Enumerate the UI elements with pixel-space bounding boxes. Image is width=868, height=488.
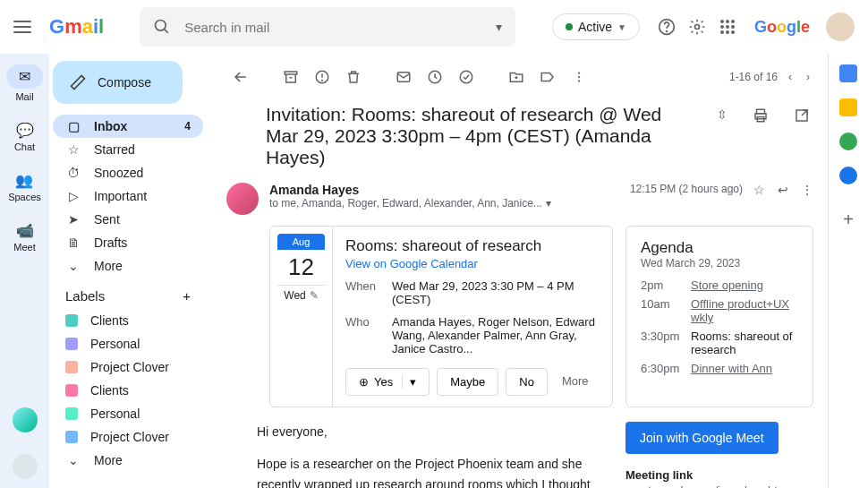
rsvp-more[interactable]: More — [555, 368, 596, 396]
help-icon[interactable] — [656, 16, 677, 38]
labels-header: Labels — [65, 288, 105, 304]
unread-icon[interactable] — [389, 63, 418, 91]
email-body: Hi everyone, Hope is a researcher on the… — [257, 422, 604, 488]
rail-chat[interactable]: 💬Chat — [14, 118, 35, 156]
profile-avatar[interactable] — [826, 13, 855, 41]
svg-point-0 — [156, 21, 166, 31]
rsvp-yes-button[interactable]: ⊕Yes▾ — [345, 368, 430, 396]
search-options-icon[interactable]: ▾ — [496, 20, 502, 34]
label-item[interactable]: Personal — [53, 332, 203, 355]
nav-more[interactable]: ⌄More — [53, 254, 203, 278]
svg-point-23 — [578, 80, 580, 81]
sender-name: Amanda Hayes — [269, 183, 619, 197]
svg-point-5 — [720, 20, 724, 23]
agenda-item[interactable]: 2pmStore opening — [641, 278, 798, 292]
gmail-logo[interactable]: Gmail — [49, 15, 104, 39]
invitation-card: Aug 12 Wed✎ Rooms: shareout of research … — [269, 226, 613, 407]
keep-addon-icon[interactable] — [839, 98, 857, 116]
sender-avatar — [226, 183, 259, 215]
snooze-icon[interactable] — [421, 63, 449, 91]
timestamp: 12:15 PM (2 hours ago) — [630, 183, 743, 195]
join-meet-button[interactable]: Join with Google Meet — [625, 422, 779, 454]
more-icon[interactable] — [565, 63, 593, 91]
label-icon[interactable] — [533, 63, 562, 91]
add-addon-icon[interactable]: + — [843, 210, 854, 230]
label-item[interactable]: Clients — [53, 379, 203, 402]
svg-point-22 — [578, 76, 580, 78]
svg-point-3 — [667, 31, 668, 32]
nav-sent[interactable]: ➤Sent — [53, 208, 203, 231]
menu-icon[interactable] — [13, 21, 31, 33]
agenda-item[interactable]: 6:30pmDinner with Ann — [641, 362, 798, 375]
rsvp-maybe-button[interactable]: Maybe — [437, 368, 498, 396]
page-counter: 1-16 of 16 — [729, 71, 778, 83]
compose-label: Compose — [98, 75, 151, 90]
svg-point-17 — [322, 80, 323, 81]
popout-icon[interactable] — [790, 104, 813, 127]
status-pill[interactable]: Active ▼ — [552, 13, 640, 40]
agenda-item[interactable]: 10amOffline product+UX wkly — [641, 297, 798, 324]
nav-snoozed[interactable]: ⏱Snoozed — [53, 161, 203, 184]
star-icon[interactable]: ☆ — [753, 183, 765, 197]
label-item[interactable]: Clients — [53, 309, 203, 332]
add-label-icon[interactable]: + — [183, 288, 191, 304]
svg-point-9 — [726, 25, 729, 29]
rail-mail[interactable]: ✉Mail — [6, 61, 43, 106]
agenda-title: Agenda — [641, 239, 798, 257]
prev-page-icon[interactable]: ‹ — [785, 67, 796, 87]
svg-point-11 — [720, 30, 724, 34]
svg-point-8 — [720, 25, 724, 29]
label-item[interactable]: Project Clover — [53, 355, 203, 379]
sidebar: Compose ▢Inbox4 ☆Starred ⏱Snoozed ▷Impor… — [49, 54, 210, 488]
search-input[interactable] — [184, 20, 496, 35]
delete-icon[interactable] — [339, 63, 368, 91]
label-item[interactable]: Personal — [53, 402, 203, 425]
status-label: Active — [578, 20, 612, 34]
nav-important[interactable]: ▷Important — [53, 184, 203, 208]
spam-icon[interactable] — [308, 63, 336, 91]
agenda-card: Agenda Wed March 29, 2023 2pmStore openi… — [625, 226, 813, 407]
date-badge: Aug 12 Wed✎ — [270, 227, 333, 407]
rail-spaces[interactable]: 👥Spaces — [8, 168, 41, 206]
search-bar[interactable]: ▾ — [140, 7, 515, 47]
task-icon[interactable] — [452, 63, 481, 91]
next-page-icon[interactable]: › — [803, 67, 813, 87]
reply-icon[interactable]: ↩ — [778, 183, 788, 197]
app-rail: ✉Mail 💬Chat 👥Spaces 📹Meet — [0, 54, 49, 488]
more-actions-icon[interactable]: ⋮ — [801, 183, 813, 197]
recipients[interactable]: to me, Amanda, Roger, Edward, Alexander,… — [269, 197, 619, 210]
search-icon — [153, 18, 171, 36]
move-icon[interactable] — [502, 63, 531, 91]
nav-starred[interactable]: ☆Starred — [53, 138, 203, 161]
rail-avatar-2[interactable] — [13, 454, 38, 479]
apps-icon[interactable] — [717, 16, 738, 38]
agenda-date: Wed March 29, 2023 — [641, 257, 798, 270]
back-button[interactable] — [226, 63, 255, 91]
google-logo[interactable]: Google — [754, 18, 810, 37]
meeting-link: meet.google.com/jxs-wha-eht — [625, 484, 778, 488]
status-dot — [566, 23, 573, 30]
compose-button[interactable]: Compose — [53, 61, 183, 104]
svg-point-4 — [694, 25, 699, 30]
nav-drafts[interactable]: 🗎Drafts — [53, 231, 203, 254]
settings-icon[interactable] — [686, 16, 708, 38]
svg-point-20 — [460, 71, 472, 83]
rail-meet[interactable]: 📹Meet — [13, 218, 35, 256]
archive-icon[interactable] — [277, 63, 305, 91]
svg-point-6 — [726, 20, 729, 23]
rail-avatar-1[interactable] — [13, 407, 38, 432]
nav-inbox[interactable]: ▢Inbox4 — [53, 115, 203, 138]
calendar-link[interactable]: View on Google Calendar — [345, 257, 600, 270]
agenda-item[interactable]: 3:30pmRooms: shareout of research — [641, 330, 798, 356]
svg-point-7 — [731, 20, 735, 23]
calendar-addon-icon[interactable] — [839, 64, 857, 82]
rsvp-no-button[interactable]: No — [506, 368, 548, 396]
contacts-addon-icon[interactable] — [839, 167, 857, 184]
side-panel: + — [828, 54, 868, 488]
expand-icon[interactable]: ⇳ — [713, 104, 731, 125]
svg-line-1 — [165, 30, 168, 33]
label-item[interactable]: Project Clover — [53, 425, 203, 449]
label-item[interactable]: ⌄More — [53, 449, 203, 472]
print-icon[interactable] — [749, 104, 772, 127]
tasks-addon-icon[interactable] — [839, 133, 857, 150]
